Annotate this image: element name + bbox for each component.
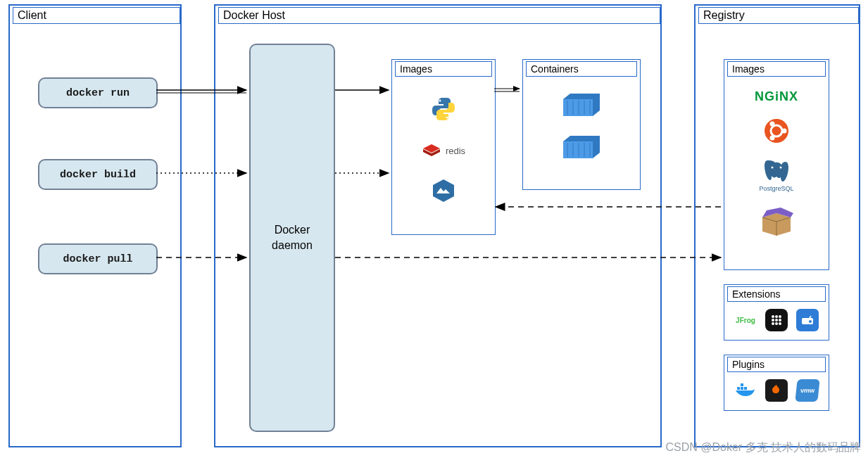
client-title: Client xyxy=(13,7,180,24)
registry-images-title: Images xyxy=(727,61,826,77)
client-panel: Client docker run docker build docker pu… xyxy=(8,4,182,447)
host-panel: Docker Host Docker daemon Images redis xyxy=(214,4,662,447)
svg-point-14 xyxy=(775,319,778,322)
svg-rect-21 xyxy=(737,387,740,390)
host-containers-box: Containers xyxy=(522,59,641,190)
svg-marker-2 xyxy=(433,179,454,202)
host-images-box: Images redis xyxy=(391,59,496,235)
cmd-docker-build: docker build xyxy=(38,159,158,190)
hex-icon xyxy=(431,178,456,203)
python-icon xyxy=(429,95,458,123)
host-title: Docker Host xyxy=(218,7,660,24)
registry-plugins-title: Plugins xyxy=(727,357,826,372)
container-icon xyxy=(562,133,601,161)
watermark: CSDN @Doker 多克 技术人的数码品牌 xyxy=(665,440,861,455)
daemon-label: Docker daemon xyxy=(272,222,313,254)
host-containers-title: Containers xyxy=(526,61,637,77)
svg-point-5 xyxy=(782,129,787,134)
svg-rect-24 xyxy=(741,383,743,386)
container-icon xyxy=(562,91,601,119)
registry-panel: Registry Images NGiNX PostgreSQL xyxy=(694,4,860,447)
redis-icon: redis xyxy=(422,143,465,158)
registry-title: Registry xyxy=(698,7,859,24)
registry-extensions-title: Extensions xyxy=(727,286,826,302)
svg-point-13 xyxy=(772,319,774,322)
svg-point-0 xyxy=(439,100,441,102)
svg-rect-23 xyxy=(744,387,747,390)
docker-whale-icon xyxy=(734,381,757,400)
docker-daemon: Docker daemon xyxy=(249,44,335,432)
svg-point-16 xyxy=(772,322,774,325)
svg-point-8 xyxy=(772,167,774,169)
svg-point-11 xyxy=(775,315,778,318)
svg-point-20 xyxy=(809,320,812,323)
svg-point-12 xyxy=(779,315,781,318)
svg-rect-22 xyxy=(741,387,743,390)
grid-icon xyxy=(765,309,788,331)
svg-point-17 xyxy=(775,322,778,325)
svg-point-15 xyxy=(779,319,781,322)
svg-point-18 xyxy=(779,322,781,325)
cmd-docker-run: docker run xyxy=(38,77,158,108)
jfrog-icon: JFrog xyxy=(734,309,757,331)
radio-icon xyxy=(796,309,819,331)
registry-extensions-box: Extensions JFrog xyxy=(724,284,829,341)
svg-point-6 xyxy=(770,122,775,127)
grafana-icon xyxy=(765,379,788,402)
ubuntu-icon xyxy=(764,118,789,144)
svg-point-7 xyxy=(770,136,775,141)
box-icon xyxy=(760,206,793,236)
host-images-title: Images xyxy=(395,61,492,77)
nginx-icon: NGiNX xyxy=(755,89,798,104)
vmw-icon: vmw xyxy=(795,379,819,402)
cmd-docker-pull: docker pull xyxy=(38,243,158,274)
svg-point-10 xyxy=(772,315,774,318)
svg-point-9 xyxy=(780,167,782,169)
postgres-icon: PostgreSQL xyxy=(759,158,793,192)
registry-plugins-box: Plugins vmw xyxy=(724,355,829,411)
registry-images-box: Images NGiNX PostgreSQL xyxy=(724,59,829,270)
svg-point-1 xyxy=(446,117,448,119)
